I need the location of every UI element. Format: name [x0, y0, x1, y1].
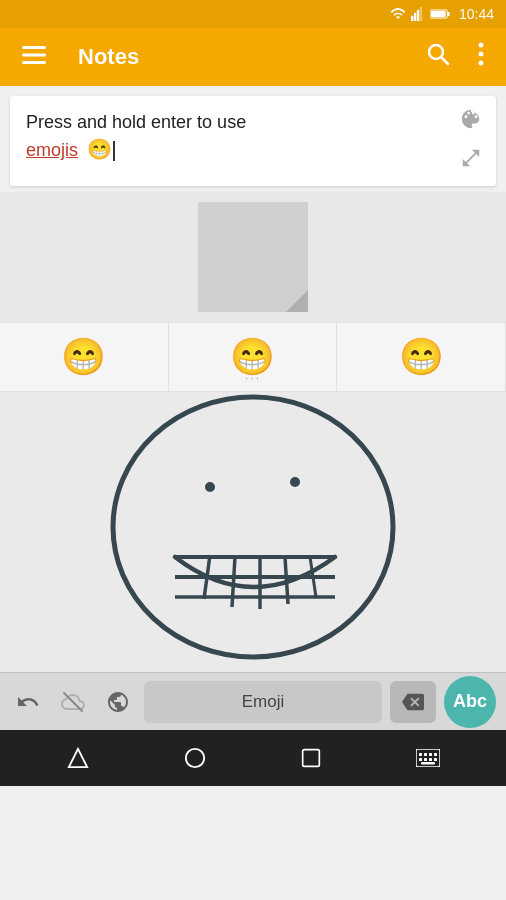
svg-rect-36	[421, 762, 435, 765]
svg-rect-33	[424, 758, 427, 761]
keyboard-toolbar: Emoji Abc	[0, 672, 506, 730]
emoji-option-3[interactable]: 😁	[337, 323, 506, 391]
battery-icon	[430, 8, 450, 20]
status-bar: 10:44	[0, 0, 506, 28]
svg-rect-3	[420, 7, 422, 21]
svg-rect-31	[434, 753, 437, 756]
app-bar: Notes	[0, 28, 506, 86]
signal-icon	[411, 7, 425, 21]
emoji-keyboard-label: Emoji	[242, 692, 285, 712]
expand-button[interactable]	[460, 147, 482, 174]
abc-keyboard-button[interactable]: Abc	[444, 676, 496, 728]
keyboard-button[interactable]	[403, 733, 453, 783]
note-line1: Press and hold enter to use	[26, 112, 246, 132]
globe-button[interactable]	[100, 684, 136, 720]
note-text[interactable]: Press and hold enter to use emojis 😁	[26, 110, 480, 163]
undo-button[interactable]	[10, 684, 46, 720]
menu-button[interactable]	[16, 38, 52, 76]
svg-rect-26	[303, 750, 320, 767]
svg-rect-1	[414, 13, 416, 21]
svg-line-19	[232, 557, 235, 607]
svg-rect-34	[429, 758, 432, 761]
svg-rect-2	[417, 10, 419, 21]
svg-point-16	[205, 482, 215, 492]
svg-point-13	[479, 52, 484, 57]
svg-rect-9	[22, 61, 46, 64]
cloud-off-button[interactable]	[54, 684, 92, 720]
svg-rect-28	[419, 753, 422, 756]
emoji-picker-row: 😁 😁 😁 ···	[0, 322, 506, 392]
svg-line-11	[441, 57, 448, 64]
time-display: 10:44	[459, 6, 494, 22]
svg-rect-29	[424, 753, 427, 756]
palette-button[interactable]	[460, 108, 482, 135]
emoji-drawing-svg	[0, 392, 506, 672]
svg-point-15	[113, 397, 393, 657]
home-button[interactable]	[170, 733, 220, 783]
recents-button[interactable]	[286, 733, 336, 783]
back-button[interactable]	[53, 733, 103, 783]
emoji-more-dots: ···	[245, 371, 261, 385]
svg-point-14	[479, 61, 484, 66]
svg-point-17	[290, 477, 300, 487]
drawing-area[interactable]	[0, 392, 506, 672]
svg-rect-6	[431, 11, 446, 17]
svg-marker-24	[69, 749, 87, 767]
note-card: Press and hold enter to use emojis 😁	[10, 96, 496, 186]
svg-point-12	[479, 43, 484, 48]
more-options-button[interactable]	[472, 36, 490, 78]
note-emojis-word: emojis	[26, 140, 78, 160]
abc-label: Abc	[453, 691, 487, 712]
sticky-note-thumbnail	[198, 202, 308, 312]
status-icons: 10:44	[390, 6, 494, 22]
svg-rect-32	[419, 758, 422, 761]
search-button[interactable]	[420, 36, 456, 78]
emoji-option-1[interactable]: 😁	[0, 323, 169, 391]
svg-rect-5	[448, 12, 450, 16]
note-emoji-char: 😁	[87, 138, 112, 160]
text-cursor	[113, 141, 115, 161]
svg-point-25	[186, 749, 204, 767]
svg-rect-30	[429, 753, 432, 756]
svg-rect-0	[411, 16, 413, 21]
app-title: Notes	[78, 44, 404, 70]
delete-key-button[interactable]	[390, 681, 436, 723]
svg-rect-7	[22, 46, 46, 49]
emoji-keyboard-button[interactable]: Emoji	[144, 681, 382, 723]
thumbnail-area	[0, 192, 506, 322]
nav-bar	[0, 730, 506, 786]
svg-rect-8	[22, 54, 46, 57]
svg-rect-35	[434, 758, 437, 761]
wifi-icon	[390, 7, 406, 21]
